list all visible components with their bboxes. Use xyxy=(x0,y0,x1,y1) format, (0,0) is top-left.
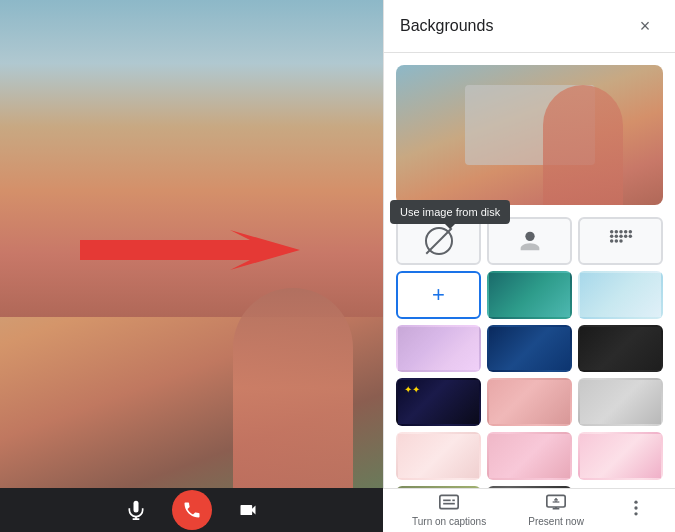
blur-bg-icon xyxy=(607,227,635,255)
svg-point-12 xyxy=(609,239,613,243)
svg-point-5 xyxy=(623,230,627,234)
present-icon xyxy=(546,494,566,514)
svg-marker-0 xyxy=(80,230,300,270)
mic-button[interactable] xyxy=(116,490,156,530)
svg-point-14 xyxy=(619,239,623,243)
thumb-marble[interactable] xyxy=(578,378,663,426)
no-effect-icon xyxy=(425,227,453,255)
end-call-button[interactable] xyxy=(172,490,212,530)
thumb-blur-bg[interactable] xyxy=(578,217,663,265)
present-label: Present now xyxy=(528,516,584,527)
thumb-row-5 xyxy=(396,432,663,480)
arrow-indicator xyxy=(80,230,300,270)
svg-point-4 xyxy=(619,230,623,234)
thumb-row-2: + xyxy=(396,271,663,319)
background-preview xyxy=(396,65,663,205)
thumb-darkgray[interactable] xyxy=(578,325,663,373)
thumb-pinkdots[interactable] xyxy=(487,432,572,480)
captions-button[interactable]: Turn on captions xyxy=(404,490,494,531)
thumb-row-4: ✦✦ xyxy=(396,378,663,426)
blur-person-icon xyxy=(516,227,544,255)
svg-point-10 xyxy=(623,234,627,238)
video-toolbar xyxy=(0,488,383,532)
camera-button[interactable] xyxy=(228,490,268,530)
thumb-flowers[interactable] xyxy=(487,378,572,426)
thumb-lightblue[interactable] xyxy=(578,271,663,319)
panel-header: Backgrounds × xyxy=(384,0,675,53)
svg-point-13 xyxy=(614,239,618,243)
thumb-fireworks[interactable]: ✦✦ xyxy=(396,378,481,426)
thumb-purple[interactable] xyxy=(396,325,481,373)
svg-point-8 xyxy=(614,234,618,238)
more-options-icon xyxy=(626,498,646,518)
svg-point-6 xyxy=(628,230,632,234)
plus-icon: + xyxy=(432,284,445,306)
thumb-row-controls xyxy=(396,217,663,265)
svg-point-2 xyxy=(609,230,613,234)
thumb-row-3 xyxy=(396,325,663,373)
thumb-sakura[interactable] xyxy=(578,432,663,480)
svg-point-9 xyxy=(619,234,623,238)
thumb-darkblue[interactable] xyxy=(487,325,572,373)
thumb-pink[interactable] xyxy=(396,432,481,480)
thumbnails-grid: + ✦✦ xyxy=(384,217,675,532)
thumb-add-image[interactable]: + xyxy=(396,271,481,319)
captions-label: Turn on captions xyxy=(412,516,486,527)
thumb-teal[interactable] xyxy=(487,271,572,319)
close-button[interactable]: × xyxy=(631,12,659,40)
panel-footer: Turn on captions Present now xyxy=(383,488,675,532)
person-silhouette xyxy=(233,288,353,488)
svg-rect-15 xyxy=(440,495,458,508)
panel-title: Backgrounds xyxy=(400,17,493,35)
more-options-button[interactable] xyxy=(618,494,654,527)
svg-point-23 xyxy=(634,501,637,504)
svg-point-1 xyxy=(525,232,534,241)
captions-icon xyxy=(439,494,459,514)
backgrounds-panel: Backgrounds × xyxy=(383,0,675,532)
svg-point-7 xyxy=(609,234,613,238)
svg-point-3 xyxy=(614,230,618,234)
thumb-no-effect[interactable] xyxy=(396,217,481,265)
fireworks-decoration: ✦✦ xyxy=(404,384,420,395)
svg-point-25 xyxy=(634,512,637,515)
present-button[interactable]: Present now xyxy=(520,490,592,531)
preview-person xyxy=(543,85,623,205)
svg-point-24 xyxy=(634,506,637,509)
thumb-blur-person[interactable] xyxy=(487,217,572,265)
svg-point-11 xyxy=(628,234,632,238)
